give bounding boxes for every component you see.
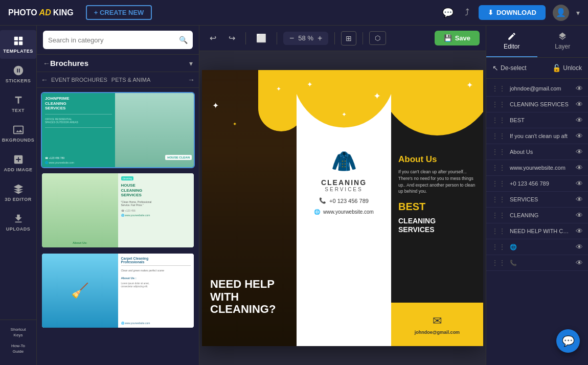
- chat-bubble-button[interactable]: 💬: [556, 329, 580, 353]
- erase-button[interactable]: ⬡: [369, 31, 386, 45]
- brochure-left-panel: ✦ ✦ ✦ NEED HELP WITH CLEANING?: [202, 70, 297, 346]
- layer-eye-8[interactable]: 👁: [576, 211, 583, 219]
- layer-name-6: +0 123 456 789: [510, 180, 572, 187]
- layer-item-5[interactable]: ⋮⋮ www.yourwebsite.com 👁: [486, 160, 588, 176]
- layer-item-2[interactable]: ⋮⋮ BEST 👁: [486, 112, 588, 128]
- sidebar-item-add-image[interactable]: ADD IMAGE: [0, 149, 36, 177]
- deselect-label: De-select: [501, 64, 527, 72]
- layer-eye-10[interactable]: 👁: [576, 243, 583, 251]
- sidebar-item-3d-editor[interactable]: 3D EDITOR: [0, 178, 36, 207]
- template-panel: 🔍 ← Brochures ▾ ← EVENT BROCHURES PETS &…: [37, 26, 199, 365]
- save-button[interactable]: 💾 Save: [435, 31, 480, 45]
- layer-name-9: NEED HELP WITH CLEANIN: [510, 228, 572, 234]
- category-dropdown-button[interactable]: ▾: [189, 59, 193, 67]
- layer-eye-4[interactable]: 👁: [576, 148, 583, 156]
- zoom-value: 58 %: [298, 34, 313, 42]
- layer-name-1: CLEANING SERVICES: [510, 101, 572, 107]
- right-sparkle: ✦: [466, 80, 473, 90]
- layer-eye-2[interactable]: 👁: [576, 116, 583, 124]
- layer-item-7[interactable]: ⋮⋮ SERVICES 👁: [486, 192, 588, 208]
- template-thumb-2: About Us: cleaning HOUSECLEANINGSERVICES…: [42, 173, 194, 247]
- layer-item-3[interactable]: ⋮⋮ If you can't clean up aft 👁: [486, 128, 588, 144]
- download-button[interactable]: ⬇ DOWNLOAD: [479, 5, 546, 20]
- category-back-arrow[interactable]: ←: [43, 59, 50, 67]
- create-new-button[interactable]: + CREATE NEW: [86, 5, 152, 20]
- template-card-2[interactable]: About Us: cleaning HOUSECLEANINGSERVICES…: [41, 172, 195, 248]
- layer-item-0[interactable]: ⋮⋮ johndoe@gmail.com 👁: [486, 81, 588, 97]
- deselect-button[interactable]: ↖ De-select: [492, 64, 527, 72]
- layer-name-5: www.yourwebsite.com: [510, 165, 572, 171]
- sidebar-item-stickers[interactable]: STICKERS: [0, 60, 36, 88]
- logo-ad: AD: [39, 8, 51, 17]
- howto-guide-item[interactable]: How-To Guide: [2, 340, 34, 357]
- template-card-1[interactable]: JOHNPRIMECLEANINGSERVICES OFFICE RESIDEN…: [41, 92, 195, 168]
- about-us-text: If you can't clean up after yourself... …: [398, 169, 476, 195]
- sparkle-1: ✦: [212, 101, 219, 110]
- zoom-out-button[interactable]: −: [288, 34, 295, 43]
- layer-eye-0[interactable]: 👁: [576, 84, 583, 93]
- shortcut-keys-item[interactable]: Shortcut Keys: [2, 324, 34, 340]
- share-icon-button[interactable]: ⤴: [463, 5, 471, 20]
- search-input[interactable]: [43, 36, 174, 44]
- template-card-3[interactable]: 🧹 Carpet CleaningProfessionals Clean and…: [41, 253, 195, 329]
- yellow-blob-left: [258, 70, 297, 131]
- grid-button[interactable]: ⊞: [341, 31, 356, 45]
- mid-sparkle-2: ✦: [373, 90, 381, 102]
- layer-name-7: SERVICES: [510, 196, 572, 202]
- layer-item-1[interactable]: ⋮⋮ CLEANING SERVICES 👁: [486, 97, 588, 112]
- save-icon: 💾: [444, 34, 452, 42]
- layer-eye-5[interactable]: 👁: [576, 164, 583, 172]
- tab-layer[interactable]: Layer: [537, 26, 589, 57]
- layer-eye-7[interactable]: 👁: [576, 195, 583, 203]
- category-header: ← Brochures ▾: [37, 55, 199, 72]
- cleaning-services-block: CLEANING SERVICES: [321, 178, 367, 192]
- sparkle-3: ✦: [233, 121, 237, 127]
- layer-item-6[interactable]: ⋮⋮ +0 123 456 789 👁: [486, 176, 588, 192]
- sidebar-item-templates[interactable]: TEMPLATES: [0, 30, 36, 59]
- preview-button[interactable]: ⬜: [252, 30, 270, 46]
- subcategory-next-arrow[interactable]: →: [188, 76, 195, 84]
- cleaning-text: CLEANING?: [210, 303, 276, 315]
- layer-eye-9[interactable]: 👁: [576, 227, 583, 235]
- user-menu-chevron[interactable]: ▾: [576, 9, 580, 17]
- subcategory-tab-event[interactable]: EVENT BROCHURES: [51, 75, 107, 84]
- layer-item-10[interactable]: ⋮⋮ 🌐 👁: [486, 239, 588, 255]
- subcategory-prev-arrow[interactable]: ←: [41, 76, 48, 84]
- tpl3-about: About Us :: [121, 277, 191, 280]
- need-help-text: NEED HELP: [210, 278, 276, 290]
- tpl2-caption: About Us:: [73, 241, 87, 244]
- unlock-button[interactable]: 🔓 Unlock: [552, 64, 582, 72]
- best-text: BEST: [398, 201, 476, 213]
- zoom-in-button[interactable]: +: [316, 34, 323, 43]
- tpl3-right-panel: Carpet CleaningProfessionals Clean and g…: [118, 254, 194, 328]
- undo-button[interactable]: ↩: [206, 30, 220, 46]
- layer-eye-1[interactable]: 👁: [576, 100, 583, 108]
- sidebar-item-stickers-label: STICKERS: [6, 78, 31, 83]
- chat-icon-button[interactable]: 💬: [440, 5, 456, 20]
- layer-item-8[interactable]: ⋮⋮ CLEANING 👁: [486, 208, 588, 223]
- redo-button[interactable]: ↪: [224, 30, 239, 46]
- user-avatar[interactable]: 👤: [553, 5, 569, 21]
- layer-eye-3[interactable]: 👁: [576, 132, 583, 140]
- layer-item-11[interactable]: ⋮⋮ 📞 👁: [486, 255, 588, 271]
- sidebar-item-uploads[interactable]: UPLOADS: [0, 208, 36, 237]
- layer-eye-11[interactable]: 👁: [576, 259, 583, 267]
- search-button[interactable]: 🔍: [174, 36, 193, 44]
- panel-search-area: 🔍: [37, 26, 199, 55]
- keys-label: Keys: [14, 333, 23, 337]
- brochure-mid-panel: ✦ ✦ ✦ 🧥 CLEANING SERVICES 📞 +0 123 4: [297, 70, 391, 346]
- layer-item-9[interactable]: ⋮⋮ NEED HELP WITH CLEANIN 👁: [486, 223, 588, 239]
- layer-item-4[interactable]: ⋮⋮ About Us 👁: [486, 144, 588, 160]
- layer-name-4: About Us: [510, 149, 572, 155]
- brochure-canvas[interactable]: ✦ ✦ ✦ NEED HELP WITH CLEANING? ✦: [202, 70, 483, 346]
- brochure-right-panel: ✦ About Us If you can't clean up after y…: [391, 70, 483, 346]
- template-thumb-1: JOHNPRIMECLEANINGSERVICES OFFICE RESIDEN…: [42, 93, 194, 167]
- sidebar-item-text[interactable]: TEXT: [0, 89, 36, 118]
- email-text: johndoe@gmail.com: [415, 330, 460, 335]
- layer-eye-6[interactable]: 👁: [576, 179, 583, 188]
- tab-editor[interactable]: Editor: [486, 26, 537, 57]
- phone-icon: 📞: [319, 197, 326, 204]
- sidebar-item-backgrounds[interactable]: BKGROUNDS: [0, 119, 36, 148]
- canvas-wrapper: ‹ › ✦ ✦ ✦ NEED HELP: [199, 51, 486, 365]
- subcategory-tab-pets[interactable]: PETS & ANIMA: [111, 75, 150, 84]
